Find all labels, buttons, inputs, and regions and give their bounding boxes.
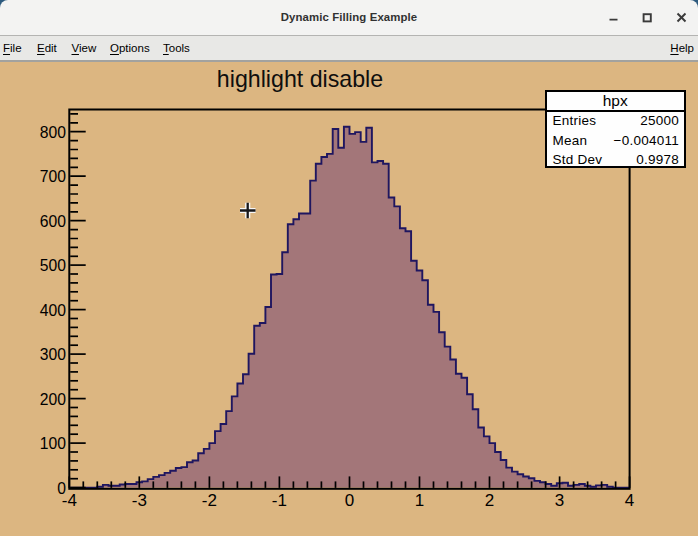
svg-text:-3: -3 — [132, 491, 147, 510]
svg-text:600: 600 — [40, 213, 66, 230]
svg-text:100: 100 — [40, 435, 66, 452]
svg-text:1: 1 — [415, 491, 424, 510]
svg-text:300: 300 — [40, 346, 66, 363]
svg-text:0: 0 — [345, 491, 354, 510]
svg-text:200: 200 — [40, 391, 66, 408]
svg-text:400: 400 — [40, 302, 66, 319]
svg-text:0: 0 — [57, 480, 66, 497]
svg-text:3: 3 — [555, 491, 564, 510]
svg-text:2: 2 — [485, 491, 494, 510]
svg-text:4: 4 — [625, 491, 634, 510]
svg-text:-1: -1 — [272, 491, 287, 510]
svg-text:500: 500 — [40, 257, 66, 274]
svg-text:700: 700 — [40, 168, 66, 185]
svg-text:800: 800 — [40, 124, 66, 141]
svg-text:-2: -2 — [202, 491, 217, 510]
